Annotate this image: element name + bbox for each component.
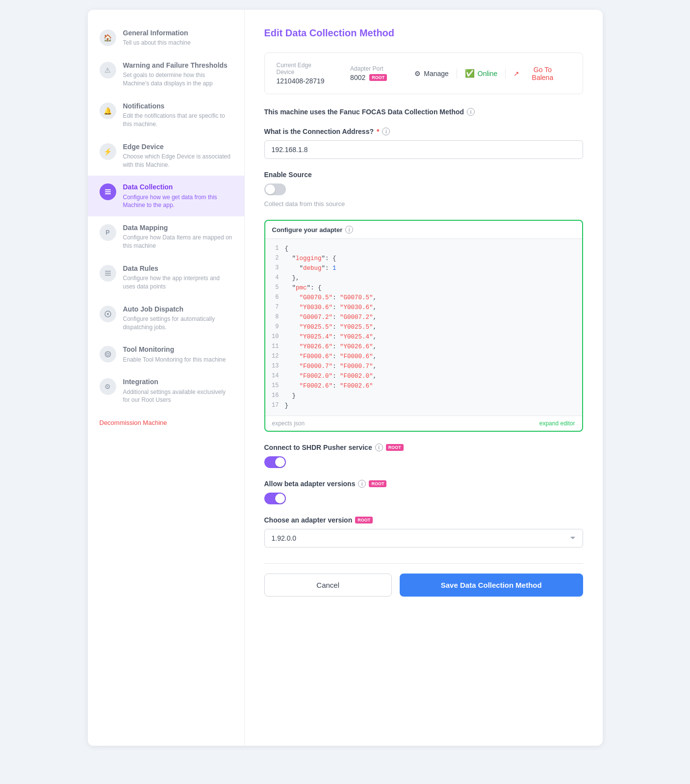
info-icon[interactable]: i	[382, 128, 390, 135]
info-icon[interactable]: i	[467, 108, 475, 116]
required-marker: *	[377, 128, 379, 135]
beta-adapter-toggle[interactable]	[264, 493, 286, 504]
code-line-2: 2 "logging": {	[265, 254, 582, 263]
sidebar-title: Auto Job Dispatch	[123, 305, 232, 314]
sidebar-item-tool-monitoring[interactable]: Tool Monitoring Enable Tool Monitoring f…	[88, 338, 244, 370]
gear-icon: ⚙	[414, 70, 421, 78]
connection-address-label: What is the Connection Address? * i	[264, 128, 583, 135]
sidebar-subtitle: Edit the notifications that are specific…	[123, 112, 232, 129]
sidebar-item-warning-failure[interactable]: ⚠ Warning and Failure Thresholds Set goa…	[88, 54, 244, 95]
toggle-knob	[275, 457, 285, 467]
data-collection-icon	[100, 183, 116, 200]
warning-icon: ⚠	[100, 62, 116, 78]
svg-rect-2	[105, 193, 111, 194]
code-line-17: 17 }	[265, 401, 582, 411]
home-icon: 🏠	[100, 29, 116, 46]
sidebar-item-edge-device[interactable]: ⚡ Edge Device Choose which Edge Device i…	[88, 135, 244, 176]
collect-source-hint: Collect data from this source	[264, 200, 345, 208]
shdr-toggle[interactable]	[264, 456, 286, 468]
toggle-knob	[275, 494, 285, 503]
sidebar-title: Data Mapping	[123, 223, 232, 232]
sidebar-subtitle: Set goals to determine how this Machine'…	[123, 71, 232, 88]
collection-method-label: This machine uses the Fanuc FOCAS Data C…	[264, 108, 583, 116]
sidebar: 🏠 General Information Tell us about this…	[88, 10, 245, 746]
beta-adapter-label: Allow beta adapter versions i ROOT	[264, 480, 583, 488]
code-line-13: 13 "F0000.7": "F0000.7",	[265, 362, 582, 371]
port-label: Adapter Port	[350, 65, 387, 72]
sidebar-subtitle: Configure how the app interprets and use…	[123, 274, 232, 291]
root-badge: ROOT	[369, 74, 387, 81]
adapter-config-editor: Configure your adapter i 1 { 2 "logging"…	[264, 220, 583, 432]
balena-button[interactable]: ↗ Go To Balena	[506, 66, 570, 81]
code-line-6: 6 "G0070.5": "G0070.5",	[265, 293, 582, 303]
sidebar-title: Warning and Failure Thresholds	[123, 61, 232, 70]
manage-button[interactable]: ⚙ Manage	[407, 70, 457, 78]
bell-icon: 🔔	[100, 103, 116, 119]
code-line-15: 15 "F0002.6": "F0002.6"	[265, 381, 582, 391]
svg-point-7	[107, 313, 109, 315]
expand-editor-button[interactable]: expand editor	[539, 420, 575, 427]
save-button[interactable]: Save Data Collection Method	[400, 574, 583, 597]
sidebar-subtitle: Configure settings for automatically dis…	[123, 315, 232, 332]
main-card: 🏠 General Information Tell us about this…	[88, 10, 603, 746]
code-editor[interactable]: 1 { 2 "logging": { 3 "debug": 1	[265, 239, 582, 416]
svg-point-9	[106, 353, 109, 356]
svg-rect-0	[105, 189, 111, 190]
adapter-version-label: Choose an adapter version ROOT	[264, 516, 583, 524]
device-info-card: Current Edge Device 1210408-28719 Adapte…	[264, 52, 583, 94]
beta-adapter-section: Allow beta adapter versions i ROOT	[264, 480, 583, 504]
sidebar-title: General Information	[123, 28, 191, 37]
lightning-icon: ⚡	[100, 143, 116, 160]
device-block: Current Edge Device 1210408-28719	[277, 62, 331, 85]
enable-source-label: Enable Source	[264, 171, 583, 179]
sidebar-title: Data Collection	[123, 183, 232, 191]
sidebar-item-data-rules[interactable]: Data Rules Configure how the app interpr…	[88, 257, 244, 298]
code-line-16: 16 }	[265, 391, 582, 401]
enable-source-toggle[interactable]	[264, 183, 286, 195]
info-icon[interactable]: i	[375, 444, 383, 451]
sidebar-subtitle: Additional settings available exclusivel…	[123, 388, 232, 405]
decommission-link[interactable]: Decommission Machine	[88, 411, 244, 434]
sidebar-item-notifications[interactable]: 🔔 Notifications Edit the notifications t…	[88, 95, 244, 135]
cancel-button[interactable]: Cancel	[264, 574, 392, 597]
device-actions: ⚙ Manage ✅ Online ↗ Go To Balena	[407, 66, 570, 81]
root-badge: ROOT	[355, 517, 373, 523]
adapter-version-select[interactable]: 1.92.0.0 1.91.0.0 1.90.0.0 1.89.0.0	[264, 529, 583, 548]
adapter-version-section: Choose an adapter version ROOT 1.92.0.0 …	[264, 516, 583, 548]
code-line-7: 7 "Y0030.6": "Y0030.6",	[265, 303, 582, 313]
sidebar-item-data-mapping[interactable]: P Data Mapping Configure how Data Items …	[88, 216, 244, 257]
sidebar-item-integration[interactable]: ⚙ Integration Additional settings availa…	[88, 370, 244, 411]
sidebar-subtitle: Enable Tool Monitoring for this machine	[123, 356, 226, 364]
code-line-12: 12 "F0000.6": "F0000.6",	[265, 352, 582, 362]
code-line-1: 1 {	[265, 244, 582, 254]
integration-icon: ⚙	[100, 378, 116, 395]
connection-address-section: What is the Connection Address? * i	[264, 128, 583, 159]
sidebar-item-auto-job-dispatch[interactable]: Auto Job Dispatch Configure settings for…	[88, 298, 244, 339]
sidebar-subtitle: Configure how we get data from this Mach…	[123, 193, 232, 210]
root-badge: ROOT	[386, 444, 404, 451]
sidebar-subtitle: Choose which Edge Device is associated w…	[123, 153, 232, 169]
svg-rect-5	[105, 275, 111, 276]
main-content: Edit Data Collection Method Current Edge…	[245, 10, 603, 746]
code-line-11: 11 "Y0026.6": "Y0026.6",	[265, 342, 582, 352]
shdr-label: Connect to SHDR Pusher service i ROOT	[264, 444, 583, 451]
connection-address-input[interactable]	[264, 140, 583, 159]
page-title: Edit Data Collection Method	[264, 27, 583, 39]
device-label: Current Edge Device	[277, 62, 331, 76]
shdr-toggle-container	[264, 456, 583, 468]
check-circle-icon: ✅	[465, 69, 475, 78]
svg-point-8	[105, 352, 110, 357]
shdr-section: Connect to SHDR Pusher service i ROOT	[264, 444, 583, 468]
sidebar-item-data-collection[interactable]: Data Collection Configure how we get dat…	[88, 176, 244, 216]
page-container: 🏠 General Information Tell us about this…	[10, 10, 680, 746]
sidebar-title: Tool Monitoring	[123, 345, 226, 354]
external-link-icon: ↗	[513, 70, 519, 78]
code-line-14: 14 "F0002.0": "F0002.0",	[265, 371, 582, 381]
sidebar-item-general-information[interactable]: 🏠 General Information Tell us about this…	[88, 22, 244, 54]
info-icon[interactable]: i	[358, 480, 366, 488]
port-value: 8002	[350, 74, 365, 81]
online-status[interactable]: ✅ Online	[457, 69, 505, 78]
info-icon[interactable]: i	[345, 226, 353, 234]
sidebar-subtitle: Configure how Data Items are mapped on t…	[123, 234, 232, 250]
beta-adapter-toggle-container	[264, 493, 583, 504]
